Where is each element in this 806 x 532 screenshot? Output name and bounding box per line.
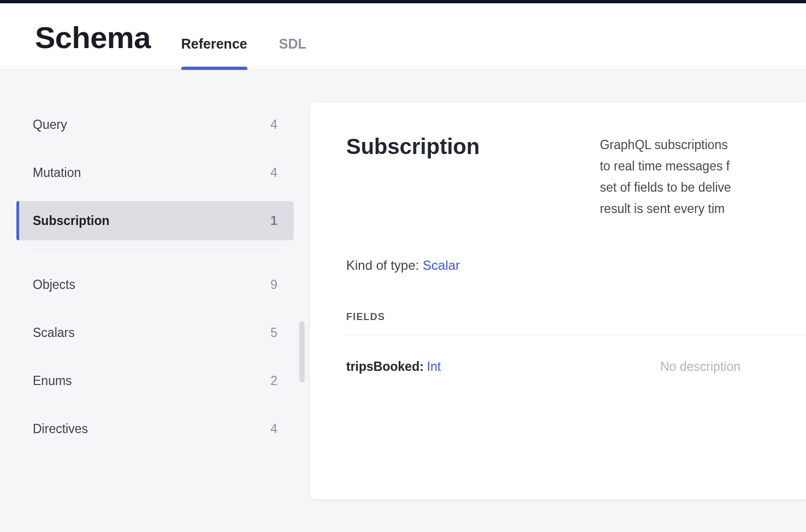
sidebar-item-count: 9 xyxy=(270,277,277,292)
fields-heading: FIELDS xyxy=(346,311,806,323)
sidebar-item-objects[interactable]: Objects 9 xyxy=(16,265,294,304)
sidebar-item-enums[interactable]: Enums 2 xyxy=(16,361,294,400)
type-detail-card: Subscription GraphQL subscriptions to re… xyxy=(310,103,806,499)
sidebar-item-label: Objects xyxy=(33,277,75,292)
type-title: Subscription xyxy=(346,134,479,159)
sidebar-item-count: 4 xyxy=(270,422,277,436)
sidebar-item-subscription[interactable]: Subscription 1 xyxy=(16,201,294,240)
field-name[interactable]: tripsBooked: xyxy=(346,359,424,374)
page-title: Schema xyxy=(35,20,151,69)
field-description: No description xyxy=(660,359,806,374)
sidebar-item-label: Query xyxy=(33,117,67,132)
sidebar-item-label: Directives xyxy=(33,422,88,436)
sidebar-item-count: 2 xyxy=(270,374,277,388)
sidebar-item-directives[interactable]: Directives 4 xyxy=(16,409,294,448)
sidebar-item-count: 4 xyxy=(270,117,277,132)
sidebar-item-query[interactable]: Query 4 xyxy=(16,105,294,144)
fields-divider xyxy=(346,335,806,335)
type-description-line: to real time messages f xyxy=(600,156,731,177)
field-row: tripsBooked: Int No description xyxy=(346,359,806,374)
sidebar-item-label: Scalars xyxy=(33,326,75,340)
type-description-line: GraphQL subscriptions xyxy=(600,134,731,156)
header-tabs: Reference SDL xyxy=(181,3,306,69)
sidebar-item-label: Enums xyxy=(33,374,72,388)
page-header: Schema Reference SDL xyxy=(0,3,806,70)
sidebar-item-label: Mutation xyxy=(33,165,81,180)
type-description: GraphQL subscriptions to real time messa… xyxy=(600,134,731,220)
sidebar-scrollbar[interactable] xyxy=(299,321,305,382)
sidebar-item-scalars[interactable]: Scalars 5 xyxy=(16,313,294,352)
tab-reference[interactable]: Reference xyxy=(181,36,247,69)
sidebar-item-label: Subscription xyxy=(33,214,110,228)
kind-label: Kind of type: xyxy=(346,258,423,273)
page-body: Query 4 Mutation 4 Subscription 1 Object… xyxy=(0,70,806,532)
sidebar-divider xyxy=(33,249,277,250)
sidebar-item-count: 4 xyxy=(270,165,277,180)
type-detail-head: Subscription GraphQL subscriptions to re… xyxy=(346,134,806,220)
type-description-line: set of fields to be delive xyxy=(600,177,731,198)
kind-value-link[interactable]: Scalar xyxy=(423,258,460,273)
tab-sdl[interactable]: SDL xyxy=(279,36,306,69)
kind-of-type-row: Kind of type: Scalar xyxy=(346,258,806,273)
schema-sidebar: Query 4 Mutation 4 Subscription 1 Object… xyxy=(0,70,310,532)
sidebar-item-count: 1 xyxy=(270,214,277,228)
sidebar-item-count: 5 xyxy=(270,326,277,340)
type-description-line: result is sent every tim xyxy=(600,198,731,220)
sidebar-item-mutation[interactable]: Mutation 4 xyxy=(16,153,294,192)
field-type-link[interactable]: Int xyxy=(427,359,441,374)
